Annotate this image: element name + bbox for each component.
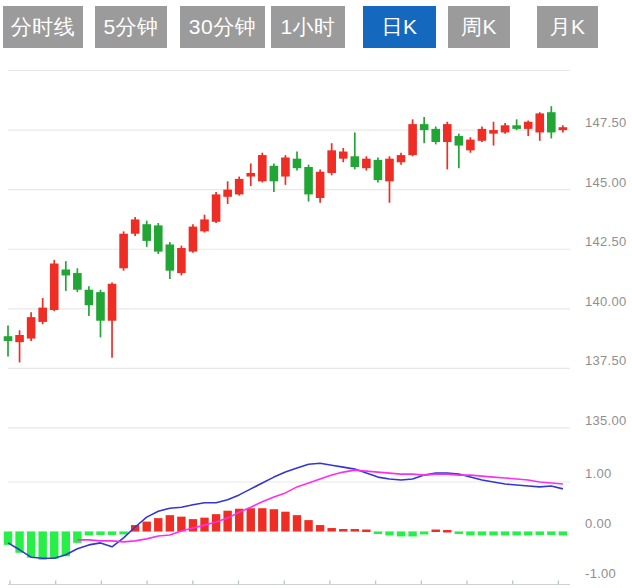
macd-axis-label: 1.00 <box>585 466 612 482</box>
price-axis-label: 140.00 <box>585 294 627 310</box>
macd-axis-label: 0.00 <box>585 516 612 532</box>
price-axis-label: 147.50 <box>585 115 627 131</box>
kline-chart-canvas <box>0 0 632 588</box>
macd-axis-label: -1.00 <box>585 566 616 582</box>
price-axis-label: 142.50 <box>585 234 627 250</box>
price-axis-label: 145.00 <box>585 175 627 191</box>
price-axis-label: 137.50 <box>585 353 627 369</box>
price-axis-label: 135.00 <box>585 413 627 429</box>
kline-chart-app: 分时线 5分钟 30分钟 1小时 日K 周K 月K 147.50 145.00 … <box>0 0 632 588</box>
